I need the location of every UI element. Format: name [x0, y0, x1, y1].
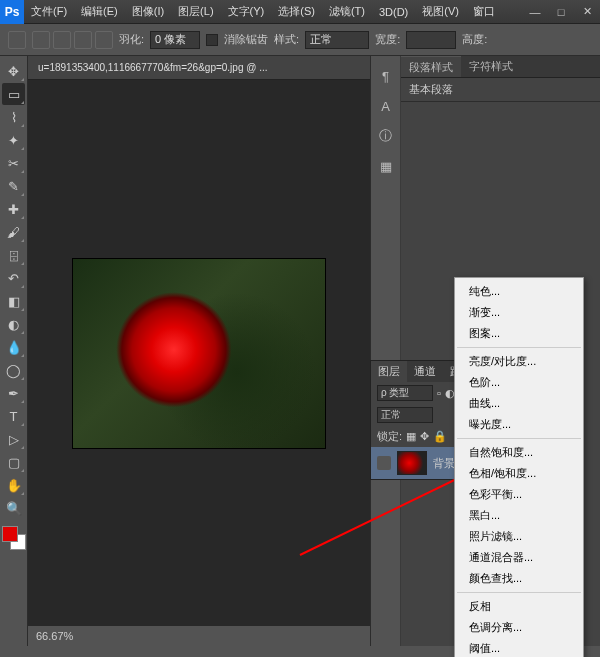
width-label: 宽度:: [375, 32, 400, 47]
ctx-pattern[interactable]: 图案...: [455, 323, 583, 344]
eraser-tool[interactable]: ◧: [2, 290, 25, 312]
ctx-levels[interactable]: 色阶...: [455, 372, 583, 393]
app-logo: Ps: [0, 0, 24, 24]
canvas[interactable]: [28, 80, 370, 626]
menu-window[interactable]: 窗口: [466, 4, 502, 19]
menu-3d[interactable]: 3D(D): [372, 6, 415, 18]
title-bar: Ps 文件(F) 编辑(E) 图像(I) 图层(L) 文字(Y) 选择(S) 滤…: [0, 0, 600, 24]
menu-image[interactable]: 图像(I): [125, 4, 171, 19]
layer-thumbnail[interactable]: [397, 451, 427, 475]
lock-pixels-icon[interactable]: ▦: [406, 430, 416, 443]
menu-filter[interactable]: 滤镜(T): [322, 4, 372, 19]
ctx-color-balance[interactable]: 色彩平衡...: [455, 484, 583, 505]
adjustment-context-menu: 纯色... 渐变... 图案... 亮度/对比度... 色阶... 曲线... …: [454, 277, 584, 657]
zoom-tool[interactable]: 🔍: [2, 497, 25, 519]
zoom-level[interactable]: 66.67%: [36, 630, 73, 642]
character-icon[interactable]: A: [378, 98, 394, 114]
tool-bar: ✥ ▭ ⌇ ✦ ✂ ✎ ✚ 🖌 ⌹ ↶ ◧ ◐ 💧 ◯ ✒ T ▷ ▢ ✋ 🔍: [0, 56, 28, 646]
path-select-tool[interactable]: ▷: [2, 428, 25, 450]
menu-file[interactable]: 文件(F): [24, 4, 74, 19]
ctx-channel-mixer[interactable]: 通道混合器...: [455, 547, 583, 568]
info-icon[interactable]: ⓘ: [378, 128, 394, 144]
style-label: 样式:: [274, 32, 299, 47]
paragraph-icon[interactable]: ¶: [378, 68, 394, 84]
layer-kind-filter[interactable]: ρ 类型: [377, 385, 433, 401]
crop-tool[interactable]: ✂: [2, 152, 25, 174]
paragraph-styles-panel: 段落样式 字符样式 基本段落: [401, 56, 600, 101]
ctx-posterize[interactable]: 色调分离...: [455, 617, 583, 638]
menu-view[interactable]: 视图(V): [415, 4, 466, 19]
paragraph-style-default[interactable]: 基本段落: [401, 78, 600, 101]
menu-type[interactable]: 文字(Y): [221, 4, 272, 19]
type-tool[interactable]: T: [2, 405, 25, 427]
stamp-tool[interactable]: ⌹: [2, 244, 25, 266]
document-tab[interactable]: u=1891353400,1116667770&fm=26&gp=0.jpg @…: [28, 56, 370, 80]
brush-tool[interactable]: 🖌: [2, 221, 25, 243]
tab-character-styles[interactable]: 字符样式: [461, 56, 521, 77]
lasso-tool[interactable]: ⌇: [2, 106, 25, 128]
filter-pixel-icon[interactable]: ▫: [437, 387, 441, 399]
menu-select[interactable]: 选择(S): [271, 4, 322, 19]
gradient-tool[interactable]: ◐: [2, 313, 25, 335]
ctx-invert[interactable]: 反相: [455, 596, 583, 617]
ctx-exposure[interactable]: 曝光度...: [455, 414, 583, 435]
dodge-tool[interactable]: ◯: [2, 359, 25, 381]
collapsed-panel-strip: ¶ A ⓘ ▦: [371, 56, 401, 646]
close-button[interactable]: ✕: [574, 2, 600, 22]
ctx-photo-filter[interactable]: 照片滤镜...: [455, 526, 583, 547]
ctx-gradient[interactable]: 渐变...: [455, 302, 583, 323]
document-area: u=1891353400,1116667770&fm=26&gp=0.jpg @…: [28, 56, 370, 646]
visibility-toggle[interactable]: [377, 456, 391, 470]
maximize-button[interactable]: □: [548, 2, 574, 22]
ctx-vibrance[interactable]: 自然饱和度...: [455, 442, 583, 463]
options-bar: 羽化: 消除锯齿 样式: 正常 宽度: 高度:: [0, 24, 600, 56]
style-select[interactable]: 正常: [305, 31, 369, 49]
sel-add-icon[interactable]: [53, 31, 71, 49]
selection-mode-group: [32, 31, 113, 49]
lock-label: 锁定:: [377, 429, 402, 444]
width-input[interactable]: [406, 31, 456, 49]
tab-paragraph-styles[interactable]: 段落样式: [401, 56, 461, 77]
status-bar: 66.67%: [28, 626, 370, 646]
image-content: [73, 259, 325, 448]
heal-tool[interactable]: ✚: [2, 198, 25, 220]
foreground-color[interactable]: [2, 526, 18, 542]
lock-all-icon[interactable]: 🔒: [433, 430, 447, 443]
shape-tool[interactable]: ▢: [2, 451, 25, 473]
ctx-separator: [457, 592, 581, 593]
color-swatches[interactable]: [2, 526, 26, 550]
tab-layers[interactable]: 图层: [371, 361, 407, 382]
feather-input[interactable]: [150, 31, 200, 49]
ctx-solid-color[interactable]: 纯色...: [455, 281, 583, 302]
move-tool[interactable]: ✥: [2, 60, 25, 82]
antialias-checkbox[interactable]: [206, 34, 218, 46]
lock-position-icon[interactable]: ✥: [420, 430, 429, 443]
blur-tool[interactable]: 💧: [2, 336, 25, 358]
menu-layer[interactable]: 图层(L): [171, 4, 220, 19]
hand-tool[interactable]: ✋: [2, 474, 25, 496]
ctx-hue-saturation[interactable]: 色相/饱和度...: [455, 463, 583, 484]
ctx-black-white[interactable]: 黑白...: [455, 505, 583, 526]
feather-label: 羽化:: [119, 32, 144, 47]
swatches-icon[interactable]: ▦: [378, 158, 394, 174]
blend-mode-select[interactable]: 正常: [377, 407, 433, 423]
ctx-color-lookup[interactable]: 颜色查找...: [455, 568, 583, 589]
antialias-label: 消除锯齿: [224, 32, 268, 47]
tool-preset-icon[interactable]: [8, 31, 26, 49]
sel-subtract-icon[interactable]: [74, 31, 92, 49]
magic-wand-tool[interactable]: ✦: [2, 129, 25, 151]
sel-new-icon[interactable]: [32, 31, 50, 49]
sel-intersect-icon[interactable]: [95, 31, 113, 49]
ctx-brightness-contrast[interactable]: 亮度/对比度...: [455, 351, 583, 372]
ctx-curves[interactable]: 曲线...: [455, 393, 583, 414]
ctx-threshold[interactable]: 阈值...: [455, 638, 583, 657]
pen-tool[interactable]: ✒: [2, 382, 25, 404]
history-brush-tool[interactable]: ↶: [2, 267, 25, 289]
minimize-button[interactable]: —: [522, 2, 548, 22]
eyedropper-tool[interactable]: ✎: [2, 175, 25, 197]
tab-channels[interactable]: 通道: [407, 361, 443, 382]
ctx-separator: [457, 438, 581, 439]
height-label: 高度:: [462, 32, 487, 47]
menu-edit[interactable]: 编辑(E): [74, 4, 125, 19]
marquee-tool[interactable]: ▭: [2, 83, 25, 105]
